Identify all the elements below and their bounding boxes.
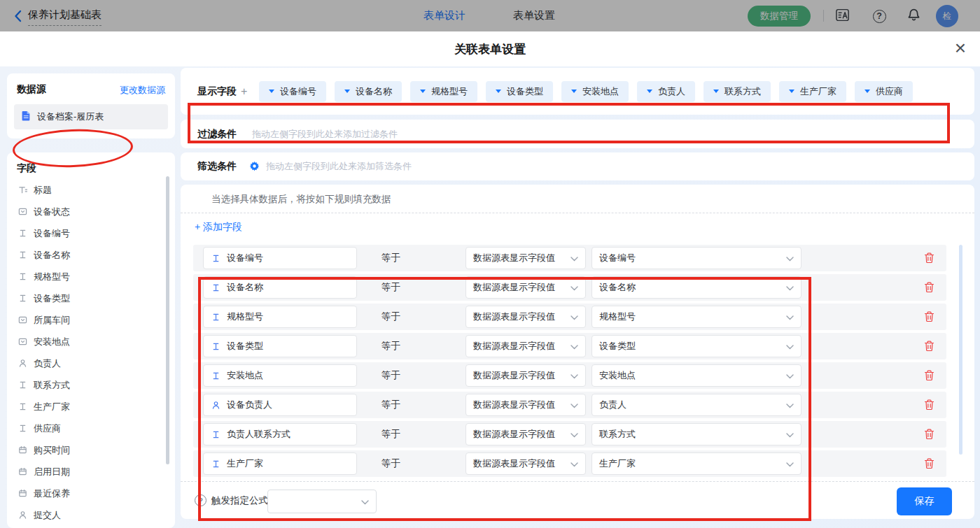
rule-target-field[interactable]: 设备名称 [203,276,357,299]
delete-rule-button[interactable] [923,458,934,469]
field-list-item[interactable]: 所属车间 [7,309,169,331]
chip-label: 负责人 [658,85,685,98]
field-list-item[interactable]: 提交人 [7,504,169,526]
display-field-chip[interactable]: 设备编号 [259,81,326,102]
display-field-chip[interactable]: 生产厂家 [779,81,846,102]
chevron-down-icon [570,312,578,322]
rule-source-type-select[interactable]: 数据源表显示字段值 [465,452,586,475]
rules-scrollbar[interactable] [959,245,962,455]
trash-icon [924,343,934,354]
field-list-item[interactable]: 设备类型 [7,287,169,309]
fields-scrollbar[interactable] [166,176,169,464]
field-label: 设备编号 [34,227,70,240]
trigger-formula-select[interactable] [267,490,377,513]
rule-source-type-select[interactable]: 数据源表显示字段值 [465,247,586,269]
field-list-item[interactable]: 设备编号 [7,222,169,244]
rule-target-field[interactable]: 设备负责人 [203,394,357,416]
field-list-item[interactable]: 标题 [7,179,169,201]
caret-down-icon [420,90,426,93]
rule-source-field-value: 负责人 [599,399,626,411]
field-list-item[interactable]: 供应商 [7,418,169,439]
help-icon[interactable]: ? [195,494,206,506]
rule-field-label: 规格型号 [227,311,263,323]
chip-label: 联系方式 [724,85,761,98]
field-list-item[interactable]: 规格型号 [7,266,169,287]
add-display-field-button[interactable]: + [241,68,247,115]
field-list-item[interactable]: 启用日期 [7,461,169,483]
modal-title: 关联表单设置 [0,41,980,57]
delete-rule-button[interactable] [923,429,934,440]
field-label: 规格型号 [34,271,70,283]
rule-source-type-select[interactable]: 数据源表显示字段值 [465,335,586,357]
chip-label: 规格型号 [431,85,468,98]
trash-icon [924,373,934,383]
divider [181,213,974,213]
field-label: 安装地点 [34,336,70,348]
rule-source-type-select[interactable]: 数据源表显示字段值 [465,276,586,299]
delete-rule-button[interactable] [923,341,934,352]
field-type-icon [211,283,220,292]
rule-source-type-select[interactable]: 数据源表显示字段值 [465,306,586,328]
rule-source-field-select[interactable]: 生产厂家 [592,452,802,475]
delete-rule-button[interactable] [923,370,934,381]
rule-source-field-select[interactable]: 设备名称 [592,276,802,299]
field-list-item[interactable]: 设备状态 [7,201,169,222]
rule-field-label: 设备编号 [227,252,263,264]
rule-target-field[interactable]: 规格型号 [203,306,357,328]
display-field-chip[interactable]: 设备名称 [335,81,402,102]
display-field-chip[interactable]: 规格型号 [410,81,477,102]
rule-source-field-select[interactable]: 联系方式 [592,423,802,445]
chip-label: 供应商 [876,85,903,98]
gear-icon[interactable] [249,161,260,174]
field-label: 所属车间 [34,314,70,327]
datasource-item-label: 设备档案-履历表 [37,110,104,123]
filter-dropzone[interactable]: 拖动左侧字段到此处来添加过滤条件 [252,120,398,148]
trash-icon [924,314,934,324]
rule-target-field[interactable]: 设备编号 [203,247,357,269]
display-field-chip[interactable]: 联系方式 [704,81,771,102]
chevron-down-icon [570,429,578,440]
change-datasource-link[interactable]: 更改数据源 [120,84,165,97]
rule-row: 设备编号 等于 数据源表显示字段值 设备编号 [193,245,946,271]
field-list-item[interactable]: 购买时间 [7,439,169,461]
rule-source-field-value: 设备类型 [599,340,636,352]
field-list-item[interactable]: 设备名称 [7,244,169,266]
add-field-link[interactable]: + 添加字段 [195,221,242,234]
delete-rule-button[interactable] [923,311,934,322]
close-icon[interactable]: × [955,36,966,61]
sift-dropzone[interactable]: 拖动左侧字段到此处来添加筛选条件 [266,152,412,180]
rule-source-field-select[interactable]: 规格型号 [592,306,802,328]
field-list-item[interactable]: 最近保养 [7,483,169,504]
field-list-item[interactable]: 负责人 [7,352,169,374]
display-field-chip[interactable]: 设备类型 [486,81,553,102]
display-field-chip[interactable]: 安装地点 [561,81,629,102]
field-label: 供应商 [34,422,61,435]
datasource-item[interactable]: 设备档案-履历表 [14,104,168,129]
display-field-chip[interactable]: 供应商 [855,81,913,102]
rule-target-field[interactable]: 负责人联系方式 [203,423,357,445]
save-button[interactable]: 保存 [897,487,952,515]
rule-row: 设备类型 等于 数据源表显示字段值 设备类型 [193,333,946,359]
delete-rule-button[interactable] [923,252,934,264]
field-list-item[interactable]: 生产厂家 [7,396,169,418]
delete-rule-button[interactable] [923,282,934,293]
delete-rule-button[interactable] [923,399,934,411]
rule-target-field[interactable]: 安装地点 [203,364,357,387]
rule-source-field-select[interactable]: 设备编号 [592,247,802,269]
fields-title: 字段 [17,162,36,175]
display-field-chip[interactable]: 负责人 [637,81,695,102]
rule-source-type-select[interactable]: 数据源表显示字段值 [465,423,586,445]
rule-source-field-select[interactable]: 安装地点 [592,364,802,387]
trash-icon [924,461,934,471]
rule-target-field[interactable]: 设备类型 [203,335,357,357]
field-list-item[interactable]: 安装地点 [7,331,169,352]
rule-source-field-select[interactable]: 设备类型 [592,335,802,357]
rule-source-type-select[interactable]: 数据源表显示字段值 [465,394,586,416]
field-list-item[interactable]: 联系方式 [7,374,169,396]
chevron-down-icon [786,371,794,381]
trash-icon [924,431,934,442]
rule-source-type-select[interactable]: 数据源表显示字段值 [465,364,586,387]
rule-field-label: 负责人联系方式 [227,428,290,441]
rule-source-field-select[interactable]: 负责人 [592,394,802,416]
rule-target-field[interactable]: 生产厂家 [203,452,357,475]
